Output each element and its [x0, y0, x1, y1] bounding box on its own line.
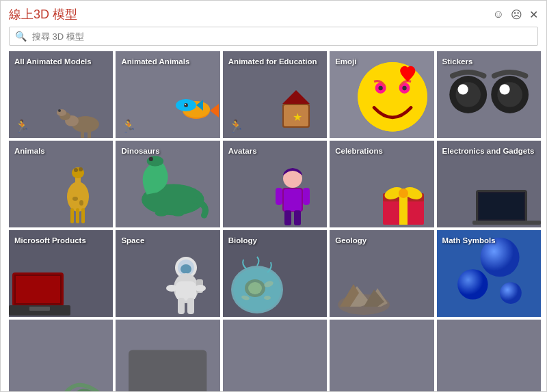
- svg-point-91: [500, 282, 522, 304]
- svg-point-26: [457, 84, 468, 94]
- svg-rect-47: [284, 189, 302, 211]
- sad-icon[interactable]: ☹: [511, 8, 522, 21]
- svg-point-19: [358, 62, 427, 132]
- svg-point-74: [195, 285, 206, 292]
- cell-label-avatars: Avatars: [228, 146, 257, 156]
- cell-label-all-animated-models: All Animated Models: [14, 57, 92, 67]
- cell-bottom-icon-animated-animals: 🏃: [121, 119, 136, 134]
- grid-cell-microsoft-products[interactable]: Microsoft Products: [9, 230, 113, 317]
- svg-rect-75: [178, 298, 185, 314]
- grid-cell-placeholder3[interactable]: [223, 320, 327, 391]
- svg-point-34: [67, 182, 89, 212]
- grid-cell-dinosaurs[interactable]: Dinosaurs: [116, 141, 219, 227]
- svg-marker-16: [282, 90, 310, 104]
- cell-label-space: Space: [121, 236, 144, 246]
- svg-point-33: [79, 167, 83, 171]
- svg-point-43: [172, 210, 185, 216]
- svg-point-13: [185, 104, 186, 105]
- svg-point-57: [399, 188, 408, 198]
- svg-point-42: [149, 157, 153, 161]
- cell-bottom-icon-all-animated-models: 🏃: [14, 119, 29, 134]
- svg-point-22: [379, 86, 383, 90]
- svg-point-69: [181, 264, 191, 274]
- cell-label-animated-animals: Animated Animals: [121, 57, 189, 67]
- svg-rect-50: [276, 188, 282, 205]
- happy-icon[interactable]: ☺: [493, 8, 504, 20]
- svg-point-32: [74, 168, 78, 172]
- svg-point-39: [79, 200, 83, 206]
- grid-cell-math-symbols[interactable]: Math Symbols: [437, 230, 541, 317]
- svg-rect-66: [29, 307, 50, 311]
- grid-cell-animated-animals[interactable]: Animated Animals 🏃: [116, 51, 219, 138]
- grid-scroll[interactable]: All Animated Models 🏃 Animated Animals 🏃…: [1, 51, 546, 391]
- cell-label-celebrations: Celebrations: [335, 146, 383, 156]
- svg-point-44: [155, 210, 168, 216]
- grid-cell-animated-for-education[interactable]: ★ Animated for Education 🏃: [223, 51, 327, 138]
- search-input[interactable]: [32, 31, 532, 42]
- model-grid: All Animated Models 🏃 Animated Animals 🏃…: [9, 51, 544, 391]
- cell-label-emoji: Emoji: [335, 57, 356, 67]
- window-title: 線上3D 模型: [9, 6, 77, 23]
- svg-rect-37: [81, 208, 85, 223]
- cell-label-microsoft-products: Microsoft Products: [14, 236, 86, 246]
- title-bar: 線上3D 模型 ☺ ☹ ✕: [1, 1, 546, 25]
- svg-rect-61: [472, 221, 541, 225]
- cell-label-math-symbols: Math Symbols: [442, 236, 496, 246]
- grid-cell-stickers[interactable]: Stickers: [437, 51, 541, 138]
- svg-point-41: [147, 156, 163, 166]
- grid-cell-placeholder5[interactable]: [437, 320, 541, 391]
- cell-label-animated-for-education: Animated for Education: [228, 57, 317, 67]
- svg-rect-35: [70, 208, 74, 223]
- grid-cell-avatars[interactable]: Avatars: [223, 141, 327, 227]
- svg-rect-60: [479, 193, 524, 219]
- grid-cell-placeholder1[interactable]: [9, 320, 113, 391]
- grid-cell-all-animated-models[interactable]: All Animated Models 🏃: [9, 51, 113, 138]
- svg-text:★: ★: [293, 111, 302, 123]
- svg-rect-49: [294, 210, 301, 225]
- grid-cell-electronics-and-gadgets[interactable]: Electronics and Gadgets: [437, 141, 541, 227]
- svg-marker-9: [210, 104, 219, 117]
- grid-cell-animals[interactable]: Animals: [9, 141, 113, 227]
- cell-label-animals: Animals: [14, 146, 45, 156]
- cell-label-stickers: Stickers: [442, 57, 473, 67]
- cell-bottom-icon-animated-for-education: 🏃: [228, 119, 243, 134]
- search-icon: 🔍: [15, 31, 27, 42]
- cell-label-dinosaurs: Dinosaurs: [121, 146, 159, 156]
- svg-point-12: [184, 103, 188, 107]
- cell-label-geology: Geology: [335, 236, 366, 246]
- svg-point-80: [248, 282, 262, 294]
- title-icons: ☺ ☹ ✕: [493, 8, 538, 21]
- svg-rect-3: [81, 130, 84, 138]
- cell-label-electronics-and-gadgets: Electronics and Gadgets: [442, 146, 535, 156]
- svg-rect-71: [176, 281, 196, 300]
- svg-rect-36: [76, 208, 79, 223]
- svg-rect-51: [303, 188, 310, 205]
- svg-point-6: [58, 109, 61, 112]
- grid-cell-biology[interactable]: Biology: [223, 230, 327, 317]
- cell-label-biology: Biology: [228, 236, 257, 246]
- grid-cell-celebrations[interactable]: Celebrations: [330, 141, 433, 227]
- svg-rect-48: [284, 210, 291, 225]
- grid-cell-space[interactable]: Space: [116, 230, 219, 317]
- svg-rect-64: [16, 276, 60, 303]
- grid-cell-emoji[interactable]: Emoji: [330, 51, 433, 138]
- svg-point-29: [499, 84, 509, 94]
- search-bar: 🔍: [9, 27, 538, 46]
- svg-point-73: [166, 285, 177, 292]
- svg-point-83: [264, 296, 271, 300]
- grid-wrapper: All Animated Models 🏃 Animated Animals 🏃…: [1, 51, 546, 391]
- grid-cell-geology[interactable]: Geology: [330, 230, 433, 317]
- svg-rect-76: [187, 298, 194, 314]
- grid-cell-placeholder4[interactable]: [330, 320, 433, 391]
- svg-point-38: [72, 197, 78, 201]
- grid-cell-placeholder2[interactable]: [116, 320, 219, 391]
- close-icon[interactable]: ✕: [529, 8, 538, 21]
- svg-point-90: [457, 269, 488, 299]
- svg-point-23: [403, 86, 407, 90]
- svg-rect-92: [129, 350, 206, 391]
- svg-rect-4: [88, 130, 91, 138]
